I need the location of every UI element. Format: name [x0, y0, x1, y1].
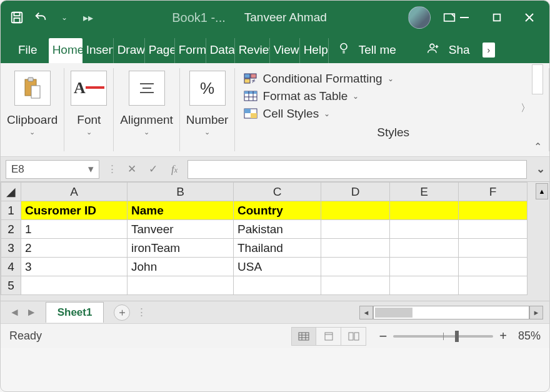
col-header[interactable]: B [128, 183, 234, 201]
cell[interactable] [321, 276, 390, 295]
cell[interactable]: 2 [21, 239, 128, 258]
view-page-layout-icon[interactable] [316, 327, 341, 346]
tab-review[interactable]: Review [235, 38, 270, 63]
hscroll-right-icon[interactable]: ► [529, 306, 543, 319]
formula-grip-icon[interactable]: ⋮ [104, 163, 121, 176]
enter-icon[interactable]: ✓ [142, 163, 164, 176]
col-header[interactable]: F [459, 183, 528, 201]
alignment-dropdown-icon[interactable]: ⌄ [144, 128, 149, 136]
hscroll-thumb[interactable] [375, 308, 412, 318]
zoom-percent[interactable]: 85% [518, 329, 541, 343]
formula-expand-icon[interactable]: ⌄ [532, 163, 549, 176]
sheet-nav-prev-icon[interactable]: ◄ [9, 306, 20, 319]
lightbulb-icon[interactable] [338, 41, 350, 58]
tab-view[interactable]: View [270, 38, 300, 63]
name-box-dropdown-icon[interactable]: ▾ [88, 163, 94, 176]
clipboard-dropdown-icon[interactable]: ⌄ [29, 128, 35, 136]
tab-data[interactable]: Data [206, 38, 235, 63]
cell[interactable] [390, 220, 459, 239]
cell-styles-button[interactable]: Cell Styles ⌄ [244, 107, 542, 121]
zoom-in-button[interactable]: + [499, 329, 507, 343]
format-as-table-button[interactable]: Format as Table ⌄ [244, 89, 542, 103]
tab-help[interactable]: Help [300, 38, 329, 63]
minimize-icon[interactable] [457, 10, 472, 25]
select-all-corner[interactable]: ◢ [1, 183, 21, 201]
cell[interactable] [459, 276, 528, 295]
horizontal-scrollbar[interactable]: ◄ ► [359, 306, 543, 319]
cell[interactable] [390, 258, 459, 276]
row-header[interactable]: 5 [1, 276, 21, 295]
add-sheet-button[interactable]: ＋ [114, 304, 130, 321]
cell[interactable]: Thailand [234, 239, 321, 258]
cell[interactable] [321, 220, 390, 239]
sheet-tab-active[interactable]: Sheet1 [46, 302, 104, 323]
ribbon-scroll-right-icon[interactable]: 〉 [518, 99, 533, 118]
cell[interactable] [321, 258, 390, 276]
col-header[interactable]: D [321, 183, 390, 201]
cell[interactable]: Pakistan [234, 220, 321, 239]
font-dropdown-icon[interactable]: ⌄ [86, 128, 92, 136]
cell[interactable]: USA [234, 258, 321, 276]
tab-page[interactable]: Page [145, 38, 175, 63]
font-button[interactable]: A [71, 71, 107, 106]
zoom-slider[interactable] [393, 335, 493, 338]
cancel-icon[interactable]: ✕ [121, 163, 142, 176]
cell[interactable] [459, 258, 528, 276]
ribbon-vscroll[interactable] [532, 64, 543, 94]
cell[interactable] [321, 239, 390, 258]
number-dropdown-icon[interactable]: ⌄ [204, 128, 210, 136]
col-header[interactable]: E [390, 183, 459, 201]
qat-more-icon[interactable]: ▸▸ [81, 10, 96, 25]
number-button[interactable]: % [189, 71, 226, 106]
ribbon-display-icon[interactable] [442, 10, 457, 25]
alignment-button[interactable] [129, 71, 165, 106]
sheet-table[interactable]: ◢ A B C D E F 1Cusromer IDNameCountry21T… [1, 182, 528, 295]
tab-file[interactable]: File [7, 38, 49, 63]
cell[interactable]: 3 [21, 258, 128, 276]
cell[interactable]: John [128, 258, 234, 276]
name-box[interactable]: E8 ▾ [6, 160, 99, 179]
cell[interactable] [459, 220, 528, 239]
cell[interactable] [390, 201, 459, 220]
row-header[interactable]: 3 [1, 239, 21, 258]
ribbon-collapse-icon[interactable]: ⌃ [534, 141, 542, 153]
zoom-knob[interactable] [455, 331, 459, 342]
tabs-grip-icon[interactable]: ⋮ [130, 306, 154, 319]
undo-icon[interactable] [33, 10, 48, 25]
cell[interactable]: Cusromer ID [21, 201, 128, 220]
fx-icon[interactable]: fx [164, 163, 185, 176]
col-header[interactable]: C [234, 183, 321, 201]
cell[interactable]: Name [128, 201, 234, 220]
cell[interactable] [459, 239, 528, 258]
cell[interactable]: Country [234, 201, 321, 220]
cell[interactable]: 1 [21, 220, 128, 239]
view-page-break-icon[interactable] [341, 327, 366, 346]
col-header[interactable]: A [21, 183, 128, 201]
avatar[interactable] [408, 6, 431, 29]
tell-me[interactable]: Tell me [359, 43, 396, 57]
formula-input[interactable] [188, 160, 527, 179]
view-normal-icon[interactable] [291, 327, 316, 346]
close-icon[interactable] [522, 10, 537, 25]
cell[interactable] [128, 276, 234, 295]
cell[interactable] [459, 201, 528, 220]
paste-button[interactable] [14, 71, 51, 106]
tab-draw[interactable]: Draw [114, 38, 145, 63]
conditional-formatting-button[interactable]: ≠ Conditional Formatting ⌄ [244, 72, 542, 86]
row-header[interactable]: 1 [1, 201, 21, 220]
cell[interactable]: ironTeam [128, 239, 234, 258]
tabs-scroll-right-icon[interactable]: › [482, 43, 495, 58]
cell[interactable] [21, 276, 128, 295]
row-header[interactable]: 4 [1, 258, 21, 276]
maximize-icon[interactable] [489, 10, 504, 25]
cell[interactable] [321, 201, 390, 220]
cell[interactable] [390, 239, 459, 258]
hscroll-track[interactable] [373, 306, 529, 319]
save-icon[interactable] [9, 10, 24, 25]
undo-dropdown-icon[interactable]: ⌄ [57, 10, 72, 25]
share-button[interactable]: Sha [449, 43, 470, 57]
cell[interactable]: Tanveer [128, 220, 234, 239]
tab-insert[interactable]: Insert [82, 38, 114, 63]
sheet-nav-next-icon[interactable]: ► [26, 306, 37, 319]
cell[interactable] [234, 276, 321, 295]
